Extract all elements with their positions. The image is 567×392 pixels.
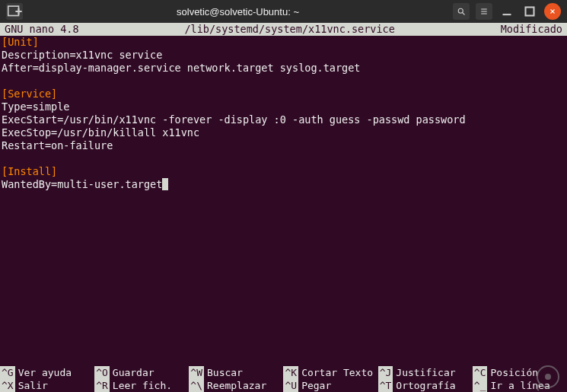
shortcut-search[interactable]: ^WBuscar (189, 366, 283, 379)
new-tab-icon (6, 3, 23, 20)
svg-rect-9 (526, 8, 534, 16)
terminal-area[interactable]: GNU nano 4.8 /lib/systemd/system/x11vnc.… (0, 23, 567, 392)
nano-version: GNU nano 4.8 (0, 23, 84, 36)
svg-point-13 (545, 374, 551, 380)
shortcut-justify[interactable]: ^JJustificar (378, 366, 473, 379)
shortcut-key: ^T (378, 379, 393, 392)
file-line: ExecStop=/usr/bin/killall x11vnc (2, 126, 565, 139)
shortcut-label: Pegar (298, 379, 331, 392)
last-line-text: WantedBy=multi-user.target (2, 178, 162, 190)
file-line (2, 152, 565, 165)
section-header: [Unit] (2, 36, 39, 48)
titlebar-right (453, 3, 561, 20)
file-line: ExecStart=/usr/bin/x11vnc -forever -disp… (2, 113, 565, 126)
section-header: [Service] (2, 88, 57, 100)
close-button[interactable] (544, 3, 561, 20)
shortcut-key: ^R (94, 379, 110, 392)
file-line (2, 75, 565, 88)
shortcut-key: ^K (283, 366, 298, 379)
minimize-button[interactable] (499, 3, 515, 20)
cursor (162, 178, 168, 190)
shortcut-key: ^O (94, 366, 110, 379)
shortcut-key: ^C (473, 366, 488, 379)
new-tab-button[interactable] (6, 3, 23, 20)
shortcut-replace[interactable]: ^\Reemplazar (189, 379, 283, 392)
file-line: Type=simple (2, 100, 565, 113)
hamburger-icon (479, 7, 489, 16)
titlebar-left (6, 3, 23, 20)
window-title: solvetic@solvetic-Ubuntu: ~ (23, 6, 453, 18)
svg-line-4 (463, 13, 465, 15)
file-line: After=display-manager.service network.ta… (2, 62, 565, 75)
shortcut-label: Salir (15, 379, 48, 392)
shortcut-label: Justificar (393, 366, 455, 379)
nano-filename: /lib/systemd/system/x11vnc.service (84, 23, 496, 36)
shortcut-label: Ver ayuda (15, 366, 72, 379)
file-line: Description=x11vnc service (2, 49, 565, 62)
shortcut-exit[interactable]: ^XSalir (0, 379, 94, 392)
menu-button[interactable] (476, 3, 492, 20)
shortcut-label: Guardar (110, 366, 154, 379)
file-line: Restart=on-failure (2, 139, 565, 152)
nano-status: Modificado (496, 23, 567, 36)
section-header: [Install] (2, 165, 57, 177)
shortcut-spell[interactable]: ^TOrtografía (378, 379, 473, 392)
shortcut-readfile[interactable]: ^RLeer fich. (94, 379, 189, 392)
shortcut-label: Ortografía (393, 379, 455, 392)
search-button[interactable] (453, 3, 470, 20)
shortcut-paste[interactable]: ^UPegar (283, 379, 377, 392)
window-titlebar: solvetic@solvetic-Ubuntu: ~ (0, 0, 567, 23)
shortcut-label: Cortar Texto (298, 366, 373, 379)
search-icon (457, 7, 466, 16)
shortcut-label: Buscar (204, 366, 243, 379)
shortcut-writeout[interactable]: ^OGuardar (94, 366, 189, 379)
svg-point-3 (458, 8, 463, 13)
shortcut-key: ^\ (189, 379, 204, 392)
shortcut-label: Reemplazar (204, 379, 266, 392)
minimize-icon (499, 3, 515, 20)
close-icon (549, 8, 556, 15)
shortcut-help[interactable]: ^GVer ayuda (0, 366, 94, 379)
maximize-icon (521, 3, 538, 20)
nano-statusbar: GNU nano 4.8 /lib/systemd/system/x11vnc.… (0, 23, 567, 36)
maximize-button[interactable] (521, 3, 538, 20)
shortcut-cut[interactable]: ^KCortar Texto (283, 366, 377, 379)
shortcut-key: ^X (0, 379, 15, 392)
shortcut-key: ^_ (473, 379, 488, 392)
watermark-icon (533, 362, 563, 392)
shortcut-key: ^G (0, 366, 15, 379)
shortcut-key: ^J (378, 366, 393, 379)
shortcut-label: Leer fich. (110, 379, 172, 392)
editor-content[interactable]: [Unit] Description=x11vnc service After=… (0, 36, 567, 191)
shortcut-key: ^W (189, 366, 204, 379)
shortcut-key: ^U (283, 379, 298, 392)
file-line: WantedBy=multi-user.target (2, 178, 565, 191)
nano-shortcuts: ^GVer ayuda ^OGuardar ^WBuscar ^KCortar … (0, 366, 567, 392)
shortcut-label: Posición (487, 366, 538, 379)
